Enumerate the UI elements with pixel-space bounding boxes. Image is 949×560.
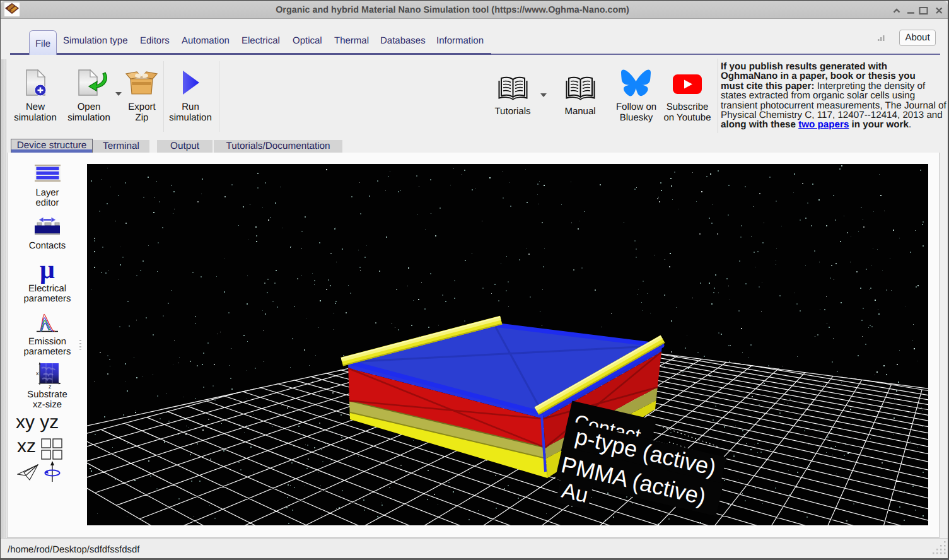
svg-text:x: x bbox=[36, 370, 39, 376]
svg-text:z: z bbox=[49, 383, 52, 388]
